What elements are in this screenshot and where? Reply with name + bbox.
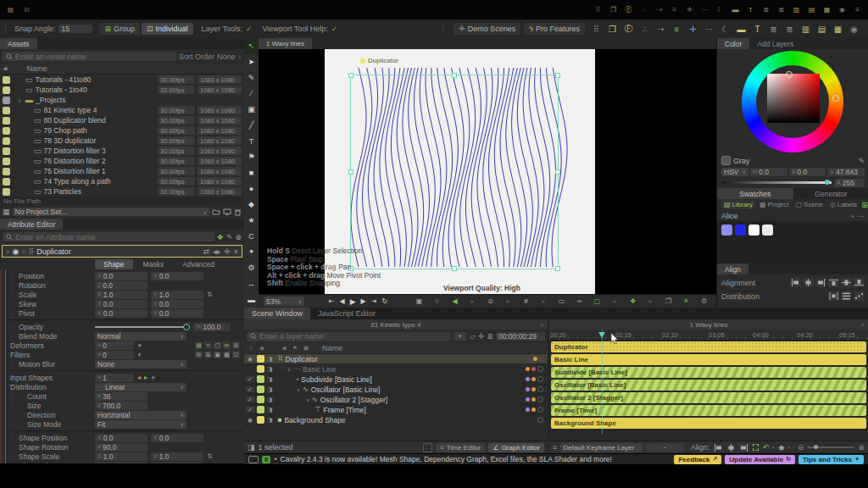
viewport-option-icon[interactable]: ▸ (608, 297, 622, 305)
eyedropper-icon[interactable]: ✎ (226, 233, 233, 241)
viewport-option-icon[interactable]: ❐ (661, 297, 676, 305)
layer-color-chip[interactable] (257, 396, 264, 403)
asset-row[interactable]: ▭78 3D duplicator30.00fps1080 x 1080 (0, 136, 244, 146)
swatch-chip[interactable] (748, 225, 760, 236)
window-toolbar-icon[interactable]: ≡ (850, 6, 865, 14)
y-field[interactable]: Y1.0 (151, 291, 203, 299)
color-model-select[interactable]: HSV∨ (721, 168, 748, 176)
add-icon[interactable]: + (151, 374, 155, 382)
next-key-icon[interactable]: ▸ (144, 374, 147, 381)
toolbar-icon[interactable]: ▦ (831, 25, 845, 34)
x-field[interactable]: X0.0 (95, 462, 147, 464)
toolbar-icon[interactable]: Ⓕ (621, 23, 636, 35)
color-wheel[interactable] (742, 51, 843, 152)
toolbar-icon[interactable]: ◉ (847, 25, 861, 34)
slice-tool[interactable]: ╱ (244, 118, 259, 134)
toolbar-icon[interactable]: ⠿ (589, 25, 604, 34)
add-icon[interactable]: + (137, 351, 142, 359)
viewport-option-icon[interactable]: ❖ (626, 297, 640, 305)
asset-row[interactable]: ▭74 Type along a path30.00fps1080 x 1080 (0, 176, 244, 186)
align-right-icon[interactable] (738, 443, 749, 452)
pin-icon[interactable]: ◈ (3, 65, 8, 72)
window-toolbar-icon[interactable]: ≣ (774, 6, 788, 14)
selection-handle[interactable] (348, 169, 353, 175)
demo-scenes-button[interactable]: ✛ Demo Scenes (453, 23, 520, 35)
layer-row[interactable]: ◨∨⋯Basic Line (244, 364, 548, 374)
playhead-line[interactable] (602, 330, 603, 434)
column-header-icon[interactable]: ◉ (259, 345, 265, 352)
window-toolbar-icon[interactable]: ◉ (835, 6, 849, 14)
toolbar-icon[interactable]: ▤ (815, 25, 829, 34)
graph-editor-button[interactable]: ∠ Graph Editor (488, 443, 544, 452)
toolbar-icon[interactable]: ⇢ (654, 25, 668, 34)
feedback-button[interactable]: Feedback↗ (674, 455, 721, 464)
tab-javascript-editor[interactable]: JavaScript Editor (310, 308, 383, 319)
layer-tools-check-icon[interactable]: ✓ (246, 25, 253, 33)
attribute-connector-icon[interactable]: ○ (10, 413, 14, 418)
group-button[interactable]: ⊞ Group (99, 23, 140, 35)
attribute-connector-icon[interactable]: ○ (10, 334, 14, 339)
zoom-level-select[interactable]: 53%∨ (264, 297, 304, 306)
value-field[interactable]: #36 (95, 392, 147, 401)
tab-assets[interactable]: Assets (0, 38, 37, 49)
attribute-select[interactable]: ⋯Linear∨ (95, 383, 186, 391)
count-field[interactable]: ≡0 (95, 351, 134, 359)
eye-icon[interactable]: ◉ (246, 356, 254, 363)
arc-tool[interactable]: C (244, 228, 259, 244)
layer-ring-toggle[interactable] (537, 396, 543, 402)
mini-icon[interactable]: ⊞ (232, 341, 240, 349)
window-toolbar-icon[interactable]: ☾ (713, 6, 727, 14)
asset-row[interactable]: ▭81 Kinetic type 430.00fps1080 x 1080 (0, 105, 244, 115)
polygon-tool[interactable]: ⚑ (244, 149, 259, 165)
attribute-select[interactable]: None∨ (95, 360, 186, 369)
enabled-checkbox[interactable]: ✓ (246, 407, 254, 413)
trash-icon[interactable] (234, 208, 242, 216)
blend-field[interactable]: - (646, 443, 683, 452)
mini-icon[interactable]: ▦ (223, 351, 231, 358)
timeline-bar[interactable]: Oscillator [Basic Line] (551, 380, 866, 391)
saturation-value-box[interactable] (767, 74, 820, 123)
viewport-option-icon[interactable]: ▢ (590, 297, 604, 305)
solo-toggle-icon[interactable]: ◨ (267, 417, 273, 424)
layer-dot-toggle[interactable] (539, 357, 543, 361)
hue-field[interactable]: H0.0 (750, 168, 787, 176)
column-header-icon[interactable]: ◌ (270, 346, 276, 352)
opacity-slider[interactable] (95, 326, 190, 328)
window-toolbar-icon[interactable]: Ⓕ (621, 5, 636, 14)
pentagon-tool[interactable]: ◆ (244, 197, 259, 213)
gear-tool[interactable]: ⚙ (244, 260, 259, 276)
folder-icon[interactable] (212, 208, 220, 215)
layer-row[interactable]: ✓◨‹Subdivide [Basic Line] (244, 374, 548, 385)
layer-dot-toggle[interactable] (526, 367, 530, 371)
timeline-zoom-slider[interactable] (807, 446, 854, 448)
layer-ring-toggle[interactable] (537, 417, 543, 423)
layer-color-chip[interactable] (257, 416, 264, 424)
layer-dot-toggle[interactable] (531, 387, 536, 391)
timeline-bar[interactable]: Subdivide [Basic Line] (551, 367, 866, 378)
layer-ring-toggle[interactable] (537, 386, 543, 392)
solo-toggle-icon[interactable]: ◨ (267, 366, 273, 373)
y-field[interactable]: Y1.0 (151, 452, 203, 461)
viewport-option-icon[interactable]: ✳ (679, 297, 693, 305)
window-icon[interactable]: ⊟ (19, 6, 34, 14)
attr-tab-shape[interactable]: Shape (95, 259, 133, 269)
layer-color-chip[interactable] (257, 375, 264, 383)
selection-handle[interactable] (452, 73, 457, 78)
column-header-icon[interactable]: ◀ (281, 345, 287, 352)
tab-attribute-editor[interactable]: Attribute Editor (0, 219, 63, 230)
target-icon[interactable]: ✛ (478, 332, 485, 341)
chevron-down-icon[interactable]: ∨ (297, 386, 300, 392)
align-right-icon[interactable] (815, 278, 826, 287)
layer-dot-toggle[interactable] (526, 377, 530, 381)
mini-icon[interactable]: ⊞ (195, 351, 203, 358)
layer-ring-toggle[interactable] (537, 407, 543, 413)
keyframe-nav-icon[interactable]: ◂▸ (213, 247, 220, 256)
column-header-icon[interactable]: ▯ (248, 345, 254, 352)
tab-color[interactable]: Color (717, 38, 749, 49)
attribute-connector-icon[interactable]: ○ (10, 422, 14, 427)
viewport-option-icon[interactable]: ▸ (643, 297, 658, 305)
arrow-tool[interactable]: ↔ (244, 276, 259, 292)
viewport-option-icon[interactable]: ▸ (465, 297, 480, 305)
layer-dot-toggle[interactable] (531, 397, 536, 402)
panel-toggle-icon[interactable] (423, 443, 432, 452)
